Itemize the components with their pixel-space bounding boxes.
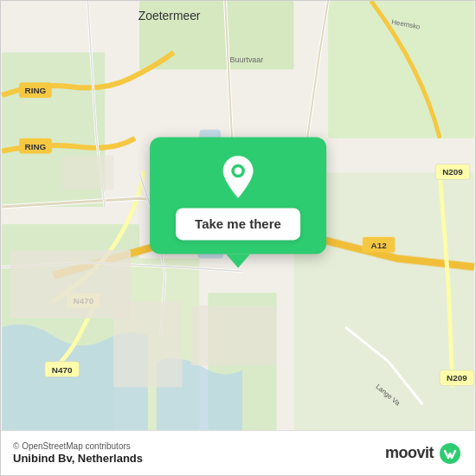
- map-popup: Take me there: [150, 137, 326, 267]
- svg-rect-30: [10, 250, 131, 318]
- location-name: Unibind Bv, Netherlands: [13, 452, 143, 465]
- svg-text:A12: A12: [371, 241, 388, 250]
- svg-text:N470: N470: [52, 365, 73, 375]
- svg-rect-33: [62, 156, 114, 190]
- svg-rect-31: [113, 301, 182, 387]
- moovit-logo: moovit: [385, 441, 463, 466]
- svg-text:N209: N209: [442, 167, 463, 177]
- moovit-logo-text: moovit: [385, 444, 434, 462]
- svg-text:RING: RING: [25, 142, 47, 151]
- popup-arrow: [226, 254, 250, 267]
- svg-point-35: [235, 167, 242, 175]
- moovit-icon: [437, 441, 463, 466]
- map-container[interactable]: A12 A12 RING RING N470 N470 N209 N209: [1, 1, 475, 430]
- bottom-bar: © OpenStreetMap contributors Unibind Bv,…: [1, 430, 475, 475]
- svg-rect-32: [190, 306, 276, 365]
- popup-card: Take me there: [150, 137, 326, 254]
- take-me-there-button[interactable]: Take me there: [176, 208, 300, 240]
- svg-text:Zoetermeer: Zoetermeer: [138, 9, 201, 23]
- bottom-left: © OpenStreetMap contributors Unibind Bv,…: [13, 441, 143, 465]
- app-container: A12 A12 RING RING N470 N470 N209 N209: [0, 0, 476, 476]
- svg-text:Buurtvaar: Buurtvaar: [230, 55, 264, 64]
- location-pin-icon: [215, 154, 261, 199]
- svg-text:N209: N209: [447, 373, 467, 383]
- osm-attribution: © OpenStreetMap contributors: [13, 441, 143, 451]
- svg-text:RING: RING: [25, 86, 47, 95]
